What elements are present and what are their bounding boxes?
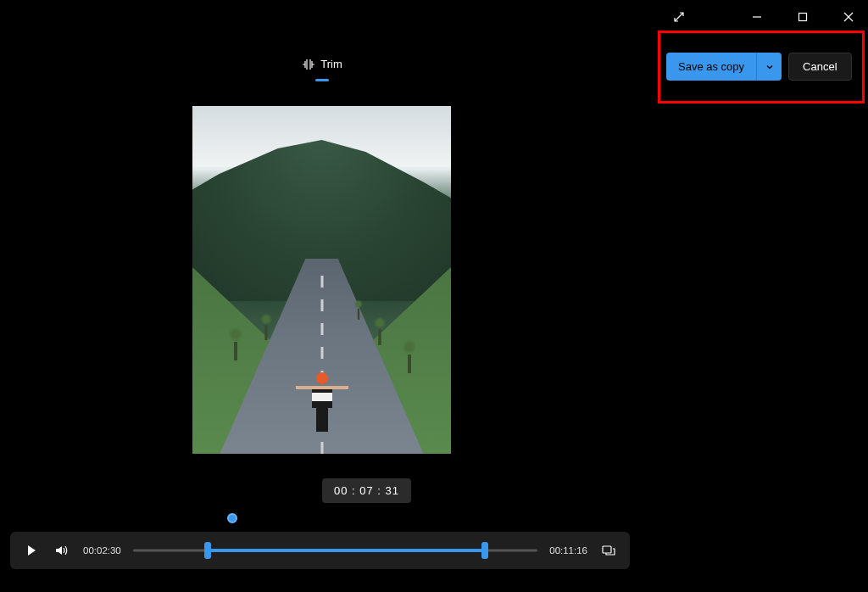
chevron-down-icon bbox=[765, 63, 774, 71]
tab-trim-label: Trim bbox=[320, 58, 342, 70]
total-time: 00:11:16 bbox=[549, 545, 587, 556]
save-dropdown-button[interactable] bbox=[756, 53, 782, 81]
svg-rect-0 bbox=[799, 14, 807, 21]
playhead-marker[interactable] bbox=[227, 513, 237, 523]
volume-button[interactable] bbox=[53, 541, 71, 560]
trim-handle-start[interactable] bbox=[204, 542, 211, 559]
maximize-button[interactable] bbox=[783, 3, 822, 31]
player-controls: 00:02:30 00:11:16 bbox=[10, 532, 630, 569]
mode-tabs: Trim bbox=[0, 58, 644, 81]
cancel-button[interactable]: Cancel bbox=[788, 53, 851, 81]
window-titlebar bbox=[659, 0, 868, 34]
minimize-button[interactable] bbox=[737, 3, 776, 31]
play-button[interactable] bbox=[22, 541, 41, 560]
fullscreen-button[interactable] bbox=[659, 3, 698, 31]
trim-handle-end[interactable] bbox=[481, 542, 488, 559]
volume-icon bbox=[55, 545, 69, 556]
frame-timestamp-badge: 00 : 07 : 31 bbox=[322, 478, 411, 503]
maximize-icon bbox=[798, 12, 808, 22]
elapsed-time: 00:02:30 bbox=[83, 545, 121, 556]
svg-rect-1 bbox=[603, 546, 611, 553]
save-as-copy-button[interactable]: Save as copy bbox=[666, 53, 756, 81]
video-preview bbox=[192, 106, 451, 454]
tab-active-indicator bbox=[315, 79, 329, 81]
minimize-icon bbox=[752, 12, 762, 22]
close-button[interactable] bbox=[829, 3, 868, 31]
play-icon bbox=[25, 545, 37, 556]
action-bar: Save as copy Cancel bbox=[666, 53, 852, 81]
loop-icon bbox=[602, 545, 615, 556]
tab-trim[interactable]: Trim bbox=[302, 58, 342, 81]
video-subject bbox=[303, 372, 342, 438]
close-icon bbox=[843, 12, 854, 22]
fullscreen-icon bbox=[673, 11, 685, 23]
save-split-button: Save as copy bbox=[666, 53, 782, 81]
trim-icon bbox=[302, 59, 315, 70]
trim-track[interactable] bbox=[133, 542, 537, 559]
loop-button[interactable] bbox=[599, 541, 618, 560]
track-selected-range bbox=[208, 549, 485, 552]
